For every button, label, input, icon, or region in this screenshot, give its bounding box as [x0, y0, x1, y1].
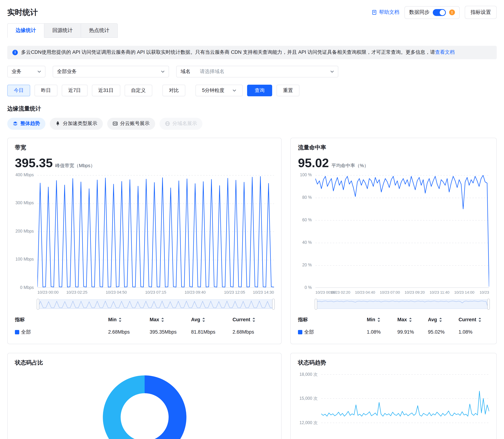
status-code-trend-title: 状态码趋势 [298, 359, 489, 367]
range-yesterday-button[interactable]: 昨日 [35, 85, 57, 96]
series-color-swatch [298, 330, 302, 334]
page-header: 实时统计 帮助文档 数据同步 ! 指标设置 [0, 0, 504, 19]
data-sync-group: 数据同步 ! [404, 6, 460, 19]
bandwidth-line-chart[interactable] [37, 175, 274, 288]
tab-hotspot-stats[interactable]: 热点统计 [81, 23, 118, 38]
max-value: 395.35Mbps [150, 329, 191, 335]
sort-icon[interactable] [478, 317, 481, 322]
col-metric-header: 指标 [298, 317, 367, 323]
range-7d-button[interactable]: 近7日 [62, 85, 87, 96]
col-avg-header[interactable]: Avg [191, 317, 233, 323]
chevron-down-icon [233, 89, 236, 92]
col-max-header[interactable]: Max [397, 317, 428, 323]
hit-rate-line-chart[interactable] [315, 175, 489, 288]
brush-handle-left[interactable] [37, 299, 39, 310]
realtime-stats-page: 实时统计 帮助文档 数据同步 ! 指标设置 边缘统计 回源统计 热点统计 i 多… [0, 0, 504, 439]
current-value: 1.08% [459, 329, 489, 335]
layers-icon [13, 121, 18, 126]
status-code-trend-card: 状态码趋势 12,000 次15,000 次18,000 次 [290, 353, 497, 439]
sort-icon[interactable] [161, 317, 164, 322]
status-code-donut-chart[interactable] [103, 375, 186, 439]
series-name: 全部 [21, 329, 31, 335]
chevron-down-icon [161, 71, 165, 73]
tab-edge-stats[interactable]: 边缘统计 [7, 23, 44, 38]
current-value: 2.68Mbps [233, 329, 274, 335]
status-code-trend-line-chart[interactable] [321, 372, 489, 439]
x-axis-labels: 10/23 00:0010/23 02:2510/23 04:5010/23 0… [37, 290, 274, 296]
edge-traffic-section-title: 边缘流量统计 [7, 105, 497, 113]
page-title: 实时统计 [7, 7, 38, 17]
sort-icon[interactable] [119, 317, 122, 322]
business-category-select[interactable]: 业务 [7, 66, 45, 77]
chip-label: 分域名展示 [172, 121, 197, 127]
brush-handle-right[interactable] [487, 299, 490, 310]
col-current-header[interactable]: Current [233, 317, 274, 323]
sort-icon[interactable] [252, 317, 255, 322]
doc-icon [372, 10, 377, 15]
range-custom-button[interactable]: 自定义 [124, 85, 152, 96]
range-today-button[interactable]: 今日 [7, 85, 30, 96]
hit-rate-stats-table: 指标 Min Max Avg Current 全部 1.08% 99.91% 9… [298, 314, 489, 339]
col-min-header[interactable]: Min [367, 317, 397, 323]
peak-bandwidth-label: 峰值带宽（Mbps） [55, 162, 95, 169]
id-card-icon [112, 121, 118, 126]
chip-label: 分云账号展示 [120, 121, 150, 127]
sort-icon[interactable] [202, 317, 205, 322]
info-icon: i [12, 50, 18, 55]
chip-overall-trend[interactable]: 整体趋势 [7, 118, 45, 130]
x-axis-labels: 10/23 00:0010/23 02:2010/23 04:4010/23 0… [315, 290, 489, 296]
chip-by-domain: 分域名展示 [159, 118, 202, 130]
chevron-down-icon [37, 71, 41, 73]
header-actions: 帮助文档 数据同步 ! 指标设置 [372, 6, 497, 19]
chip-by-accel-type[interactable]: 分加速类型展示 [50, 118, 103, 130]
col-min-header[interactable]: Min [108, 317, 150, 323]
granularity-select[interactable]: 5分钟粒度 [195, 85, 243, 96]
hit-rate-card: 流量命中率 95.02 平均命中率（%） 0 %20 %40 %60 %80 %… [290, 138, 497, 344]
max-value: 99.91% [397, 329, 428, 335]
stats-table-header: 指标 Min Max Avg Current [298, 314, 489, 326]
brush-handle-right[interactable] [272, 299, 275, 310]
info-banner-text: 多云CDN使用您提供的 API 访问凭证调用云服务商的 API 以获取实时统计数… [21, 49, 455, 56]
col-max-header[interactable]: Max [150, 317, 191, 323]
chip-by-cloud-account[interactable]: 分云账号展示 [107, 118, 155, 130]
col-avg-header[interactable]: Avg [428, 317, 458, 323]
reset-button[interactable]: 重置 [276, 85, 300, 96]
domain-select-label: 域名 [180, 68, 190, 75]
col-current-header[interactable]: Current [459, 317, 489, 323]
hit-rate-summary: 95.02 平均命中率（%） [298, 156, 489, 170]
rocket-icon [55, 121, 60, 126]
sort-icon[interactable] [439, 317, 442, 322]
hit-rate-brush-slider[interactable] [315, 299, 489, 309]
series-color-swatch [15, 330, 19, 334]
legend-item-all[interactable]: 全部 [298, 329, 367, 335]
y-axis-labels: 12,000 次15,000 次18,000 次 [298, 372, 321, 439]
compare-button[interactable]: 对比 [162, 85, 185, 96]
chip-label: 分加速类型展示 [63, 121, 97, 127]
data-sync-toggle[interactable] [433, 9, 446, 16]
avg-value: 81.81Mbps [191, 329, 233, 335]
status-code-ratio-card: 状态码占比 [7, 353, 282, 439]
sync-warning-icon[interactable]: ! [449, 10, 455, 15]
help-doc-link[interactable]: 帮助文档 [372, 9, 399, 16]
stats-tabs: 边缘统计 回源统计 热点统计 [0, 23, 504, 38]
series-name: 全部 [304, 329, 314, 335]
business-select[interactable]: 全部业务 [53, 66, 169, 77]
bandwidth-chart-area: 0 Mbps100 Mbps200 Mbps300 Mbps400 Mbps [15, 175, 274, 288]
bandwidth-brush-slider[interactable] [37, 299, 274, 309]
status-code-trend-chart-area: 12,000 次15,000 次18,000 次 [298, 372, 489, 439]
sort-icon[interactable] [409, 317, 412, 322]
granularity-value: 5分钟粒度 [202, 87, 224, 94]
tab-origin-stats[interactable]: 回源统计 [44, 23, 81, 38]
query-button[interactable]: 查询 [247, 85, 272, 96]
domain-select[interactable]: 域名 请选择域名 [176, 66, 338, 77]
avg-hit-rate-label: 平均命中率（%） [331, 162, 369, 169]
sort-icon[interactable] [377, 317, 380, 322]
data-sync-label: 数据同步 [409, 9, 430, 16]
avg-hit-rate-value: 95.02 [298, 156, 329, 170]
view-doc-link[interactable]: 查看文档 [435, 49, 455, 55]
range-31d-button[interactable]: 近31日 [92, 85, 120, 96]
hit-rate-card-title: 流量命中率 [298, 144, 489, 152]
legend-item-all[interactable]: 全部 [15, 329, 108, 335]
metric-settings-button[interactable]: 指标设置 [465, 6, 497, 19]
brush-handle-left[interactable] [315, 299, 317, 310]
